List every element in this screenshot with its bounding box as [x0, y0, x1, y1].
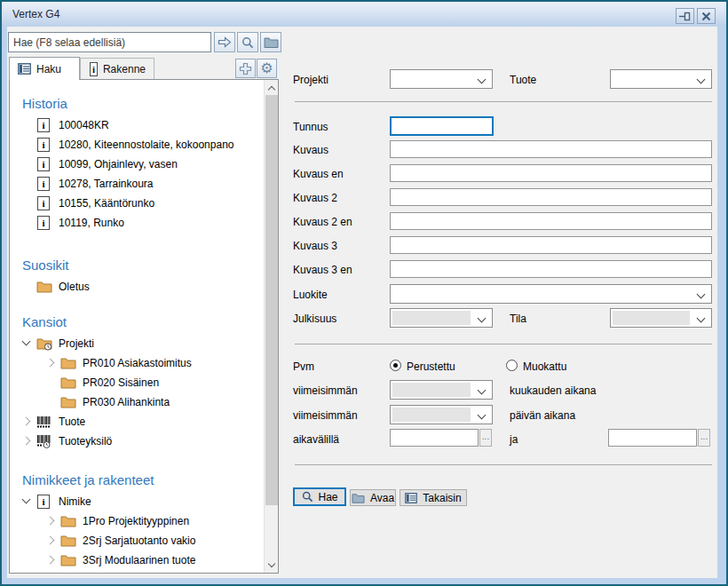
tree-item[interactable]: Nimike — [10, 492, 264, 511]
projekti-combo[interactable] — [390, 69, 493, 89]
chevron-right-icon[interactable] — [43, 511, 60, 531]
tree-item[interactable]: 4Alh Alihankinta — [10, 570, 264, 573]
list-icon — [18, 63, 31, 75]
tree-item[interactable]: Oletus — [10, 277, 264, 297]
tree-item[interactable]: 2Srj Sarjatuotanto vakio — [10, 531, 264, 550]
aikavalilla-loppu-input[interactable] — [608, 429, 697, 447]
tree-item[interactable]: Projekti — [10, 334, 264, 353]
open-folder-button[interactable] — [260, 32, 281, 52]
kuvaus2-en-input[interactable] — [390, 212, 712, 230]
tila-label: Tila — [510, 313, 526, 325]
chevron-right-icon[interactable] — [43, 353, 60, 373]
pin-button[interactable] — [676, 8, 694, 24]
luokite-combo[interactable] — [390, 284, 712, 304]
scrollbar-up-arrow[interactable] — [265, 80, 279, 95]
tab-haku[interactable]: Haku — [9, 57, 80, 80]
tree-item[interactable]: Tuote — [10, 412, 264, 432]
folder-icon — [60, 513, 78, 529]
info-icon — [36, 494, 54, 510]
main-content: Haku Rakenne ⚙ Historia 100048KR — [7, 27, 717, 578]
info-icon — [36, 156, 54, 172]
kuvaus3-input[interactable] — [390, 236, 712, 254]
arrow-right-icon — [218, 36, 232, 48]
folder-icon — [60, 572, 78, 573]
chevron-right-icon[interactable] — [43, 531, 60, 550]
kuvaus2-en-label: Kuvaus 2 en — [293, 216, 352, 228]
aikavalilla-alku-input[interactable] — [390, 429, 479, 447]
kuvaus-en-input[interactable] — [390, 164, 712, 182]
tree-item[interactable]: 3Srj Modulaarinen tuote — [10, 550, 264, 570]
go-button[interactable] — [214, 32, 235, 52]
paivan-aikana-text: päivän aikana — [510, 409, 575, 422]
tunnus-input[interactable] — [390, 116, 494, 136]
folder-clock-icon — [36, 336, 54, 352]
settings-button[interactable]: ⚙ — [257, 59, 277, 78]
tuote-label: Tuote — [510, 74, 536, 86]
kuvaus-label: Kuvaus — [293, 144, 328, 156]
tree-item[interactable]: 1Pro Projektityyppinen — [10, 511, 264, 531]
chevron-down-icon[interactable] — [19, 492, 36, 511]
chevron-down-icon — [478, 314, 487, 323]
scrollbar-down-arrow[interactable] — [265, 558, 279, 573]
vertex-window: Vertex G4 — [0, 0, 728, 586]
avaa-button-label: Avaa — [370, 492, 394, 504]
search-input[interactable] — [8, 32, 211, 52]
tree-scrollbar[interactable] — [264, 80, 278, 573]
add-tab-button[interactable] — [235, 59, 256, 78]
viimeisimman2-label: viimeisimmän — [293, 409, 358, 422]
tuote-combo[interactable] — [610, 69, 712, 89]
folder-icon — [60, 533, 78, 549]
folder-icon — [60, 394, 78, 410]
tree-item[interactable]: 10278, Tarrainkoura — [10, 174, 264, 194]
tab-rakenne-label: Rakenne — [103, 63, 146, 75]
info-icon — [36, 215, 54, 231]
projekti-label: Projekti — [293, 74, 328, 86]
tree-item[interactable]: 10280, Kiteennostolaite, kokoonpano — [10, 135, 264, 154]
search-button[interactable] — [237, 32, 258, 52]
kuvaus2-input[interactable] — [390, 188, 712, 206]
info-icon — [36, 195, 54, 211]
tree-item[interactable]: 10099, Ohjainlevy, vasen — [10, 154, 264, 174]
tree-item[interactable]: Tuoteyksilö — [10, 432, 264, 451]
window-title: Vertex G4 — [12, 8, 59, 20]
kuvaus3-en-input[interactable] — [390, 260, 712, 278]
barcode-icon — [36, 414, 54, 430]
julkisuus-combo[interactable] — [390, 308, 493, 328]
avaa-button[interactable]: Avaa — [350, 489, 396, 506]
tree-scroll-area: Historia 100048KR 10280, Kiteennostolait… — [10, 80, 264, 573]
folder-icon — [352, 493, 365, 503]
viimeisimman2-combo[interactable] — [390, 405, 493, 424]
folder-icon — [60, 355, 78, 371]
chevron-right-icon[interactable] — [43, 570, 60, 573]
perustettu-radio[interactable] — [390, 360, 401, 371]
chevron-right-icon[interactable] — [43, 550, 60, 570]
plus-icon — [239, 62, 252, 75]
tree-item[interactable]: PR010 Asiakastoimitus — [10, 353, 264, 373]
chevron-down-icon — [697, 75, 706, 84]
tree-item[interactable]: PR030 Alihankinta — [10, 392, 264, 412]
muokattu-radio[interactable] — [506, 360, 518, 371]
hae-button[interactable]: Hae — [293, 487, 346, 506]
chevron-right-icon[interactable] — [19, 432, 36, 451]
chevron-right-icon[interactable] — [19, 412, 36, 432]
scrollbar-thumb[interactable] — [265, 95, 278, 505]
folder-icon — [60, 375, 78, 391]
close-button[interactable] — [697, 8, 716, 24]
list-icon — [405, 493, 417, 503]
tree-item[interactable]: 100048KR — [10, 115, 264, 135]
tree-item[interactable]: 10119, Runko — [10, 213, 264, 233]
julkisuus-label: Julkisuus — [293, 313, 336, 325]
viimeisimman1-combo[interactable] — [390, 380, 493, 400]
chevron-down-icon — [697, 290, 706, 299]
tab-rakenne[interactable]: Rakenne — [80, 58, 154, 79]
chevron-down-icon[interactable] — [19, 334, 36, 353]
takaisin-button[interactable]: Takaisin — [400, 489, 467, 506]
aikavalilla-loppu-browse-button[interactable]: ... — [698, 429, 710, 447]
viimeisimman1-label: viimeisimmän — [293, 384, 358, 397]
kuvaus-input[interactable] — [390, 140, 712, 158]
aikavalilla-alku-browse-button[interactable]: ... — [479, 429, 492, 447]
tila-combo[interactable] — [610, 308, 712, 328]
kuvaus-en-label: Kuvaus en — [293, 168, 344, 180]
tree-item[interactable]: PR020 Sisäinen — [10, 373, 264, 392]
tree-item[interactable]: 10155, Kääntörunko — [10, 194, 264, 213]
